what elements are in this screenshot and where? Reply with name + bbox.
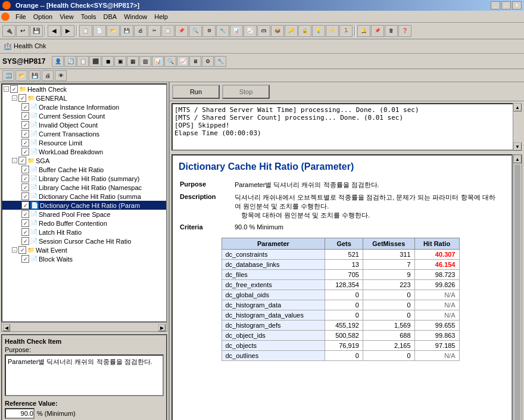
- lh-cb[interactable]: [21, 228, 29, 236]
- rb-cb[interactable]: [21, 219, 29, 227]
- tool21[interactable]: 🔔: [357, 25, 370, 37]
- menu-view[interactable]: View: [56, 12, 77, 21]
- tool18[interactable]: 💡: [312, 25, 325, 37]
- root-checkbox[interactable]: [10, 85, 18, 93]
- tool11[interactable]: 🔧: [216, 25, 229, 37]
- dcp-cb[interactable]: [21, 201, 29, 209]
- tree-invalid-object[interactable]: 📄 Invalid Object Count: [2, 120, 166, 129]
- tree-latch-hit[interactable]: 📄 Latch Hit Ratio: [2, 228, 166, 237]
- ct-cb[interactable]: [21, 130, 29, 138]
- tool20[interactable]: 🏃: [339, 25, 353, 37]
- content-scroll-up[interactable]: ▲: [513, 155, 522, 163]
- conn-btn-14[interactable]: 🔧: [214, 56, 226, 67]
- window-controls[interactable]: _ □ ×: [491, 1, 522, 10]
- io-cb[interactable]: [21, 121, 29, 129]
- tool5[interactable]: 🖨: [134, 25, 147, 37]
- tool10[interactable]: ⚙: [202, 25, 216, 37]
- tree-redo-buffer[interactable]: 📄 Redo Buffer Contention: [2, 219, 166, 228]
- tree-current-session[interactable]: 📄 Current Session Count: [2, 111, 166, 120]
- conn-btn-9[interactable]: 📊: [152, 56, 164, 67]
- nav-btn-1[interactable]: ◀: [48, 25, 61, 37]
- menu-dba[interactable]: DBA: [100, 12, 121, 21]
- general-expand[interactable]: -: [12, 95, 17, 101]
- minimize-button[interactable]: _: [491, 1, 500, 10]
- tree-dict-summa[interactable]: 📄 Dictionary Cache Hit Ratio (summa: [2, 192, 166, 201]
- log-scroll-down[interactable]: ▼: [513, 142, 522, 151]
- tool9[interactable]: 🔍: [189, 25, 202, 37]
- menu-tools[interactable]: Tools: [77, 12, 100, 21]
- dcs-cb[interactable]: [21, 192, 29, 200]
- cs-cb[interactable]: [21, 112, 29, 120]
- tree-wait-event[interactable]: - 📁 Wait Event: [2, 245, 166, 254]
- tree-session-cursor[interactable]: 📄 Session Cursor Cache Hit Ratio: [2, 237, 166, 245]
- tool17[interactable]: 🔒: [298, 25, 311, 37]
- tool1[interactable]: 📋: [79, 25, 92, 37]
- tool22[interactable]: 📌: [371, 25, 384, 37]
- tool8[interactable]: 📌: [175, 25, 188, 37]
- tool15[interactable]: 📦: [271, 25, 284, 37]
- run-button[interactable]: Run: [172, 85, 220, 99]
- tool19[interactable]: ⚡: [326, 25, 339, 37]
- tool2[interactable]: 📄: [93, 25, 106, 37]
- lcs-cb[interactable]: [21, 175, 29, 182]
- close-button[interactable]: ×: [512, 1, 522, 10]
- tool23[interactable]: 🗑: [385, 25, 398, 37]
- conn-btn-12[interactable]: 🖥: [189, 56, 201, 67]
- tree-workload[interactable]: 📄 WorkLoad Breakdown: [2, 147, 166, 156]
- health-chk-tab[interactable]: 🏥 Health Chk: [4, 42, 46, 50]
- menu-option[interactable]: Option: [30, 12, 56, 21]
- conn-btn-1[interactable]: 👤: [52, 56, 64, 67]
- tree-current-trans[interactable]: 📄 Current Transactions: [2, 129, 166, 138]
- bc-cb[interactable]: [21, 166, 29, 173]
- menu-help[interactable]: Help: [151, 12, 171, 21]
- conn-btn-10[interactable]: 🔍: [164, 56, 176, 67]
- tool4[interactable]: 💾: [120, 25, 133, 37]
- purpose-textarea[interactable]: [5, 354, 164, 396]
- sga-expand[interactable]: -: [12, 158, 17, 163]
- sm-btn-3[interactable]: 💾: [29, 70, 40, 81]
- stop-button[interactable]: Stop: [222, 85, 270, 99]
- rl-cb[interactable]: [21, 139, 29, 147]
- tool13[interactable]: 📈: [244, 25, 257, 37]
- tree-root[interactable]: - 📁 Health Check: [2, 85, 166, 94]
- tool6[interactable]: ✂: [148, 25, 161, 37]
- tree-general[interactable]: - 📁 GENERAL: [2, 94, 166, 102]
- toolbar-btn-3[interactable]: 💾: [30, 25, 43, 37]
- we-expand[interactable]: -: [12, 247, 17, 253]
- sm-btn-1[interactable]: 🆕: [2, 70, 14, 81]
- conn-btn-8[interactable]: ▧: [139, 56, 151, 67]
- toolbar-btn-2[interactable]: ↩: [16, 25, 29, 37]
- tree-buffer-cache[interactable]: 📄 Buffer Cache Hit Ratio: [2, 165, 166, 174]
- content-area[interactable]: Dictionary Cache Hit Ratio (Parameter) P…: [171, 154, 513, 420]
- tool7[interactable]: 📋: [161, 25, 174, 37]
- conn-btn-4[interactable]: ⬛: [89, 56, 101, 67]
- sm-btn-4[interactable]: 🖨: [42, 70, 54, 81]
- sc-cb[interactable]: [21, 237, 29, 245]
- tree-scroll-left[interactable]: ◀: [3, 324, 10, 331]
- wl-cb[interactable]: [21, 148, 29, 155]
- tree-lib-cache-ns[interactable]: 📄 Library Cache Hit Ratio (Namespac: [2, 183, 166, 192]
- we-cb[interactable]: [18, 246, 26, 254]
- tree-block-waits[interactable]: 📄 Block Waits: [2, 254, 166, 263]
- sp-cb[interactable]: [21, 210, 29, 218]
- oracle-cb[interactable]: [21, 103, 29, 111]
- tree-resource-limit[interactable]: 📄 Resource Limit: [2, 138, 166, 147]
- lcn-cb[interactable]: [21, 183, 29, 191]
- conn-btn-2[interactable]: 🔄: [64, 56, 76, 67]
- tree-shared-pool[interactable]: 📄 Shared Pool Free Space: [2, 210, 166, 219]
- menu-file[interactable]: File: [12, 12, 30, 21]
- conn-btn-11[interactable]: 📈: [177, 56, 189, 67]
- conn-btn-5[interactable]: ◼: [102, 56, 114, 67]
- content-scrollbar[interactable]: ▲ ▼: [513, 154, 522, 420]
- tree-container[interactable]: - 📁 Health Check - 📁 GENERAL 📄: [1, 83, 167, 322]
- tree-oracle-instance[interactable]: 📄 Oracle Instance Information: [2, 102, 166, 111]
- tree-lib-cache-sum[interactable]: 📄 Library Cache Hit Ratio (summary): [2, 174, 166, 183]
- maximize-button[interactable]: □: [501, 1, 511, 10]
- log-scrollbar[interactable]: ▲ ▼: [513, 103, 522, 151]
- toolbar-btn-1[interactable]: 🔌: [2, 25, 15, 37]
- nav-btn-2[interactable]: ▶: [61, 25, 74, 37]
- bw-cb[interactable]: [21, 255, 29, 263]
- log-scroll-up[interactable]: ▲: [513, 103, 522, 111]
- conn-btn-6[interactable]: ▣: [114, 56, 126, 67]
- tree-sga[interactable]: - 📁 SGA: [2, 156, 166, 165]
